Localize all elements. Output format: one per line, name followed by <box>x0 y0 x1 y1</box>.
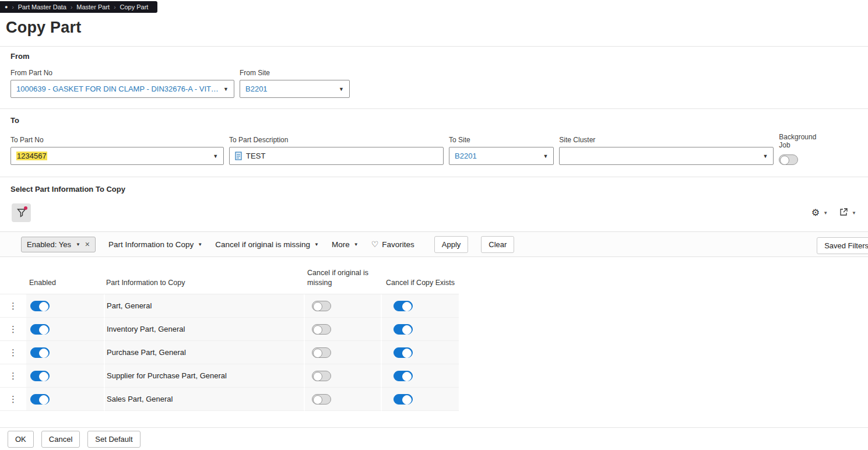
cancel-button[interactable]: Cancel <box>41 431 80 448</box>
footer-action-bar: OK Cancel Set Default <box>0 427 868 450</box>
ok-button[interactable]: OK <box>8 431 34 448</box>
row-menu-icon[interactable]: ⋮ <box>9 394 17 405</box>
cancel-if-copy-exists-toggle[interactable] <box>393 371 413 381</box>
to-site-select[interactable]: B2201 ▼ <box>449 147 554 165</box>
filter-dropdown-label: More <box>332 240 350 249</box>
from-part-no-value: 1000639 - GASKET FOR DIN CLAMP - DIN3267… <box>16 85 219 93</box>
row-menu-icon[interactable]: ⋮ <box>9 324 17 335</box>
site-cluster-select[interactable]: ▼ <box>559 147 774 165</box>
chevron-down-icon: ▼ <box>339 86 344 92</box>
to-part-description-value: TEST <box>246 152 265 160</box>
chevron-down-icon[interactable]: ▼ <box>823 210 828 216</box>
table-header-row: Enabled Part Information to Copy Cancel … <box>0 257 459 294</box>
enabled-toggle[interactable] <box>30 394 50 405</box>
breadcrumb-separator-icon: › <box>12 4 13 10</box>
filter-chip-enabled[interactable]: Enabled: Yes ▼ × <box>21 237 96 252</box>
from-part-no-label: From Part No <box>10 69 234 77</box>
apply-button[interactable]: Apply <box>434 236 469 253</box>
to-part-no-field: To Part No 1234567 ▼ <box>10 136 224 165</box>
enabled-toggle[interactable] <box>30 371 50 381</box>
breadcrumb-separator-icon: › <box>114 4 115 10</box>
chevron-down-icon: ▼ <box>198 242 202 247</box>
to-site-field: To Site B2201 ▼ <box>449 136 554 165</box>
cancel-if-original-toggle[interactable] <box>312 347 331 358</box>
to-part-no-select[interactable]: 1234567 ▼ <box>10 147 224 165</box>
set-default-button[interactable]: Set Default <box>87 431 140 448</box>
document-icon <box>235 152 242 160</box>
filter-chip-label: Enabled: Yes <box>27 240 71 249</box>
to-section-label: To <box>10 116 858 125</box>
breadcrumb-item-part-master-data[interactable]: Part Master Data <box>18 3 66 10</box>
chevron-down-icon: ▼ <box>354 242 359 247</box>
background-job-field: Background Job <box>779 133 827 165</box>
to-part-no-value: 1234567 <box>16 152 47 160</box>
to-site-label: To Site <box>449 136 554 144</box>
cancel-if-original-toggle[interactable] <box>312 371 331 381</box>
site-cluster-field: Site Cluster ▼ <box>559 136 774 165</box>
enabled-toggle[interactable] <box>30 324 50 335</box>
background-job-toggle[interactable] <box>779 154 798 165</box>
breadcrumb-item-master-part[interactable]: Master Part <box>76 3 110 10</box>
copy-info-section: Select Part Information To Copy ⚙ ▼ ▼ En… <box>0 177 868 411</box>
part-information-value: Purchase Part, General <box>105 341 305 364</box>
from-part-no-field: From Part No 1000639 - GASKET FOR DIN CL… <box>10 69 234 98</box>
filter-bar: Enabled: Yes ▼ × Part Information to Cop… <box>0 231 868 257</box>
copy-options-table: Enabled Part Information to Copy Cancel … <box>0 257 459 411</box>
cancel-if-original-toggle[interactable] <box>312 324 331 335</box>
to-site-value: B2201 <box>455 152 477 160</box>
cancel-if-copy-exists-toggle[interactable] <box>393 301 413 311</box>
column-header-part-information[interactable]: Part Information to Copy <box>105 278 305 288</box>
column-header-enabled[interactable]: Enabled <box>26 278 105 288</box>
to-part-no-label: To Part No <box>10 136 224 144</box>
cancel-if-copy-exists-toggle[interactable] <box>393 347 413 358</box>
favorites-label: Favorites <box>382 240 414 249</box>
background-job-label: Background Job <box>779 133 827 149</box>
settings-gear-icon[interactable]: ⚙ <box>811 208 820 217</box>
cancel-if-copy-exists-toggle[interactable] <box>393 324 413 335</box>
favorites-button[interactable]: ♡ Favorites <box>371 240 414 249</box>
heart-icon: ♡ <box>371 240 379 249</box>
table-toolbar: ⚙ ▼ ▼ <box>12 203 856 222</box>
column-header-cancel-if-original[interactable]: Cancel if original is missing <box>305 268 370 288</box>
row-menu-icon[interactable]: ⋮ <box>9 371 17 381</box>
home-icon[interactable]: ● <box>5 4 8 10</box>
cancel-if-original-toggle[interactable] <box>312 394 331 405</box>
to-part-description-input[interactable]: TEST <box>229 147 444 165</box>
chevron-down-icon: ▼ <box>314 242 319 247</box>
chevron-down-icon: ▼ <box>762 153 768 159</box>
to-section: To To Part No 1234567 ▼ To Part Descript… <box>0 108 868 177</box>
filter-active-badge <box>24 206 27 210</box>
filter-dropdown-part-information[interactable]: Part Information to Copy ▼ <box>108 240 202 249</box>
from-site-select[interactable]: B2201 ▼ <box>240 80 350 98</box>
from-part-no-select[interactable]: 1000639 - GASKET FOR DIN CLAMP - DIN3267… <box>10 80 234 98</box>
column-header-cancel-if-copy-exists[interactable]: Cancel if Copy Exists <box>382 278 459 288</box>
part-information-value: Part, General <box>105 294 305 318</box>
chevron-down-icon: ▼ <box>223 86 229 92</box>
cancel-if-original-toggle[interactable] <box>312 301 331 311</box>
part-information-value: Inventory Part, General <box>105 318 305 341</box>
filter-button[interactable] <box>12 203 31 222</box>
filter-dropdown-cancel-if-original[interactable]: Cancel if original is missing ▼ <box>215 240 319 249</box>
cancel-if-copy-exists-toggle[interactable] <box>393 394 413 405</box>
table-row: ⋮ Inventory Part, General <box>0 318 459 341</box>
chevron-down-icon[interactable]: ▼ <box>852 210 856 216</box>
from-site-field: From Site B2201 ▼ <box>240 69 350 98</box>
from-section-label: From <box>10 52 858 61</box>
part-information-value: Sales Part, General <box>105 388 305 411</box>
row-menu-icon[interactable]: ⋮ <box>9 347 17 358</box>
filter-dropdown-more[interactable]: More ▼ <box>332 240 359 249</box>
table-row: ⋮ Part, General <box>0 294 459 318</box>
clear-button[interactable]: Clear <box>481 236 514 253</box>
site-cluster-label: Site Cluster <box>559 136 774 144</box>
export-icon[interactable] <box>839 208 848 218</box>
table-row: ⋮ Supplier for Purchase Part, General <box>0 364 459 388</box>
enabled-toggle[interactable] <box>30 347 50 358</box>
breadcrumb-item-copy-part[interactable]: Copy Part <box>120 3 148 10</box>
saved-filters-button[interactable]: Saved Filters <box>817 237 868 254</box>
remove-filter-icon[interactable]: × <box>85 240 90 248</box>
table-row: ⋮ Sales Part, General <box>0 388 459 411</box>
enabled-toggle[interactable] <box>30 301 50 311</box>
row-menu-icon[interactable]: ⋮ <box>9 301 17 311</box>
chevron-down-icon: ▼ <box>543 153 548 159</box>
table-row: ⋮ Purchase Part, General <box>0 341 459 364</box>
